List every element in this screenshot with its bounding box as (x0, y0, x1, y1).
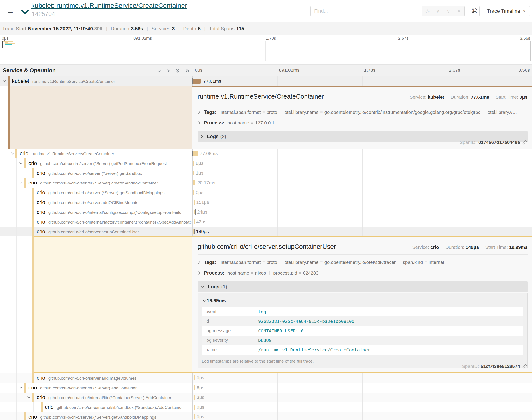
span-row[interactable]: kubeletruntime.v1.RuntimeService/CreateC… (0, 76, 532, 86)
span-timeline-cell[interactable]: 0μs (192, 188, 532, 197)
span-row[interactable]: criogithub.com/cri-o/cri-o/internal/lib.… (0, 392, 532, 402)
span-duration-label: 0μs (197, 375, 204, 380)
span-duration-label: 43μs (196, 219, 206, 225)
logs-count: (2) (220, 134, 226, 139)
span-duration-bar (193, 170, 194, 175)
span-duration-bar (194, 385, 195, 390)
span-timeline-cell[interactable]: 43μs (192, 217, 532, 227)
span-row[interactable]: criogithub.com/cri-o/cri-o/internal/lib/… (0, 402, 532, 412)
span-row[interactable]: criogithub.com/cri-o/cri-o/server.(*Serv… (0, 178, 532, 188)
span-timeline-cell[interactable]: 0μs (192, 412, 532, 420)
span-row[interactable]: criogithub.com/cri-o/cri-o/server.addIma… (0, 373, 532, 383)
row-collapse-icon[interactable] (19, 162, 23, 166)
locate-icon[interactable]: ◎ (425, 8, 430, 14)
span-row[interactable]: criogithub.com/cri-o/cri-o/server.(*Serv… (0, 412, 532, 420)
row-collapse-icon[interactable] (19, 386, 23, 390)
span-timeline-cell[interactable]: 3μs (192, 392, 532, 402)
link-icon[interactable] (522, 140, 527, 145)
log-field-row: name/runtime.v1.RuntimeService/CreateCon… (202, 345, 523, 355)
collapse-header-icon[interactable] (21, 10, 29, 15)
span-duration-bar (193, 190, 194, 195)
duration-label: Duration: (451, 94, 469, 100)
collapse-all-icon[interactable] (175, 68, 180, 74)
span-timeline-cell[interactable]: 0μs (192, 402, 532, 412)
span-service-name: criogithub.com/cri-o/cri-o/internal/lib.… (37, 394, 171, 401)
duration-value: 77.61ms (471, 94, 489, 100)
back-arrow-icon: ← (6, 6, 15, 16)
span-timeline-cell[interactable]: 1μs (192, 168, 532, 178)
find-clear-icon[interactable]: ✕ (457, 8, 461, 14)
span-timeline-cell[interactable]: 24μs (192, 207, 532, 217)
minimap-span (5, 44, 12, 45)
find-prev-icon[interactable]: ∧ (436, 8, 440, 14)
logs-accordion[interactable]: Logs (1) (198, 281, 528, 292)
collapse-one-icon[interactable] (157, 68, 162, 73)
process-accordion[interactable]: Process: host.name=nixosprocess.pid=6242… (198, 270, 528, 276)
span-timeline-cell[interactable]: 0μs (192, 373, 532, 383)
trace-title-link[interactable]: kubelet: runtime.v1.RuntimeService/Creat… (31, 2, 187, 9)
span-row[interactable]: criogithub.com/cri-o/cri-o/server.addOCI… (0, 197, 532, 207)
span-service-name: criogithub.com/cri-o/cri-o/server.addIma… (37, 375, 137, 381)
view-selector-button[interactable]: Trace Timeline ∨ (483, 6, 530, 16)
find-next-icon[interactable]: ∨ (447, 8, 450, 14)
trace-start-value: November 15 2022, 11:19:40 (28, 26, 93, 32)
span-row[interactable]: criogithub.com/cri-o/cri-o/internal/fact… (0, 217, 532, 227)
expand-one-icon[interactable] (166, 68, 171, 73)
trace-start-ms: .809 (93, 26, 102, 32)
tags-accordion[interactable]: Tags: internal.span.format=protootel.lib… (198, 259, 528, 265)
logs-label: Logs (208, 284, 219, 290)
span-timeline-cell[interactable]: 8μs (192, 158, 532, 168)
log-field-row: id92b82381-025c-4a64-815c-ba2e1bb08100 (202, 316, 523, 326)
jaeger-trace-view: ← kubelet: runtime.v1.RuntimeService/Cre… (0, 0, 532, 420)
span-timeline-cell[interactable]: 20.17ms (192, 178, 532, 188)
process-list: host.name=nixosprocess.pid=624283 (228, 270, 318, 276)
span-timeline-cell[interactable]: 151μs (192, 197, 532, 207)
minimap-tick-labels: 0μs 891.02ms 1.78s 2.67s 3.56s (0, 35, 532, 41)
row-collapse-icon[interactable] (27, 396, 31, 400)
span-duration-bar (193, 180, 195, 185)
span-service-name: criogithub.com/cri-o/cri-o/server.addOCI… (37, 199, 138, 205)
span-color-bar (32, 217, 34, 227)
span-row[interactable]: criogithub.com/cri-o/cri-o/server.(*Serv… (0, 188, 532, 197)
log-entry-time: 19.99ms (207, 298, 226, 304)
timeline-column-header: Service & Operation 0μs 891.02ms 1.78s 2… (0, 64, 532, 76)
row-collapse-icon[interactable] (19, 181, 23, 185)
tags-accordion[interactable]: Tags: internal.span.format=protootel.lib… (198, 109, 528, 115)
process-accordion[interactable]: Process: host.name=127.0.0.1 (198, 120, 528, 126)
link-icon[interactable] (522, 364, 527, 369)
span-timeline-cell[interactable]: 6μs (192, 383, 532, 392)
span-row[interactable]: criogithub.com/cri-o/cri-o/internal/conf… (0, 207, 532, 217)
span-row[interactable]: criogithub.com/cri-o/cri-o/server.setupC… (0, 227, 532, 236)
find-controls: ◎ ∧ ∨ ✕ (422, 6, 464, 16)
tags-list: internal.span.format=protootel.library.n… (219, 109, 517, 115)
span-row[interactable]: criogithub.com/cri-o/cri-o/server.(*Serv… (0, 168, 532, 178)
trace-minimap[interactable] (2, 41, 531, 61)
process-label: Process: (204, 270, 224, 276)
keyboard-shortcuts-button[interactable]: ⌘ (469, 6, 480, 16)
column-resizer-handle[interactable] (189, 72, 192, 75)
tag-item: otel.library.name=go.opentelemetry.io/ot… (284, 260, 396, 265)
span-duration-label: 151μs (196, 200, 209, 205)
span-row[interactable]: crioruntime.v1.RuntimeService/CreateCont… (0, 149, 532, 158)
row-collapse-icon[interactable] (11, 152, 15, 156)
span-duration-bar (194, 375, 195, 380)
find-input[interactable] (311, 6, 422, 16)
minimap-tick: 891.02ms (133, 36, 152, 41)
services-value: 3 (172, 26, 175, 32)
span-row[interactable]: criogithub.com/cri-o/cri-o/server.(*Serv… (0, 383, 532, 392)
span-timeline-cell[interactable]: 77.61ms (192, 76, 532, 86)
total-spans-value: 115 (236, 26, 244, 32)
span-duration-bar (193, 229, 194, 234)
span-timeline-cell[interactable]: 149μs (192, 227, 532, 236)
span-operation-name: github.com/cri-o/cri-o/internal/lib/sand… (57, 405, 183, 410)
tag-item: host.name=127.0.0.1 (228, 120, 275, 125)
process-label: Process: (204, 120, 224, 126)
back-button[interactable]: ← (0, 0, 21, 22)
service-value: kubelet (428, 94, 444, 100)
minimap-tick: 2.67s (398, 36, 408, 41)
row-collapse-icon[interactable] (2, 80, 6, 84)
span-timeline-cell[interactable]: 77.08ms (192, 149, 532, 158)
log-entry-header[interactable]: 19.99ms (202, 298, 523, 304)
span-row[interactable]: criogithub.com/cri-o/cri-o/server.(*Serv… (0, 158, 532, 168)
start-time-value: 0μs (519, 94, 528, 100)
